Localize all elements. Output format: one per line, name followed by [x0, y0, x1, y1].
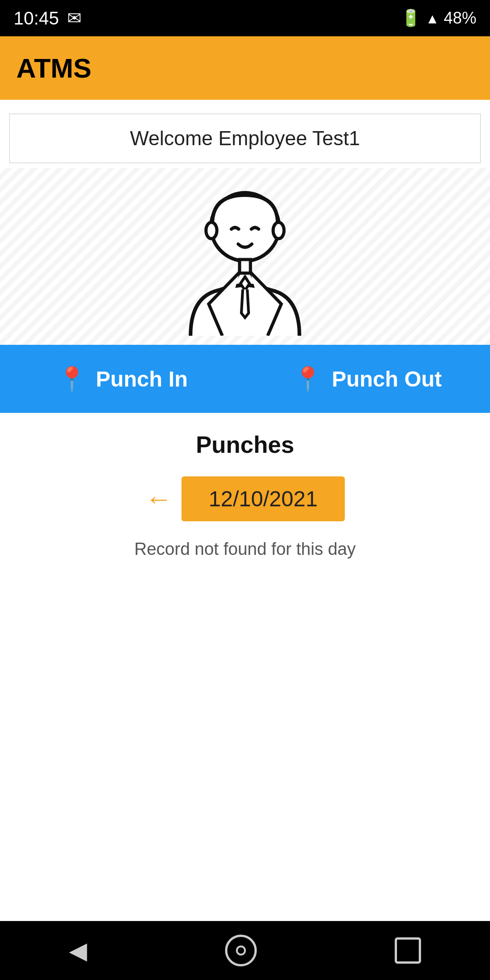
date-navigation: ← 12/10/2021: [14, 476, 476, 521]
date-badge[interactable]: 12/10/2021: [181, 476, 345, 521]
avatar: [172, 181, 318, 336]
app-title: ATMS: [16, 53, 92, 84]
home-button[interactable]: [225, 935, 257, 966]
status-bar-right: 🔋 ▴ 48%: [401, 9, 476, 28]
home-icon-inner: [236, 946, 246, 956]
status-bar: 10:45 ✉ 🔋 ▴ 48%: [0, 0, 490, 36]
svg-point-2: [273, 222, 284, 239]
punches-title: Punches: [14, 431, 476, 458]
bottom-nav: ◀: [0, 921, 490, 980]
back-button[interactable]: ◀: [69, 937, 87, 964]
status-bar-left: 10:45 ✉: [14, 8, 82, 29]
date-text: 12/10/2021: [209, 487, 318, 511]
punches-section: Punches ← 12/10/2021 Record not found fo…: [0, 413, 490, 568]
punch-in-button[interactable]: 📍 Punch In: [0, 345, 245, 413]
punch-out-label: Punch Out: [332, 367, 442, 392]
svg-rect-3: [240, 260, 250, 273]
punch-out-location-icon: 📍: [293, 365, 323, 393]
punch-out-button[interactable]: 📍 Punch Out: [245, 345, 490, 413]
punch-in-location-icon: 📍: [57, 365, 87, 393]
punch-in-label: Punch In: [96, 367, 188, 392]
status-time: 10:45: [14, 8, 59, 29]
recents-button[interactable]: [395, 937, 421, 964]
wifi-icon: ▴: [428, 9, 436, 28]
prev-date-arrow[interactable]: ←: [145, 485, 172, 513]
punch-buttons: 📍 Punch In 📍 Punch Out: [0, 345, 490, 413]
no-record-text: Record not found for this day: [14, 539, 476, 559]
welcome-banner: Welcome Employee Test1: [9, 113, 481, 163]
svg-point-1: [206, 222, 217, 239]
app-bar: ATMS: [0, 36, 490, 100]
gmail-icon: ✉: [67, 8, 82, 28]
vibrate-icon: 🔋: [401, 9, 421, 28]
battery-indicator: 48%: [444, 9, 476, 28]
avatar-section: [0, 168, 490, 345]
welcome-text: Welcome Employee Test1: [130, 127, 360, 149]
